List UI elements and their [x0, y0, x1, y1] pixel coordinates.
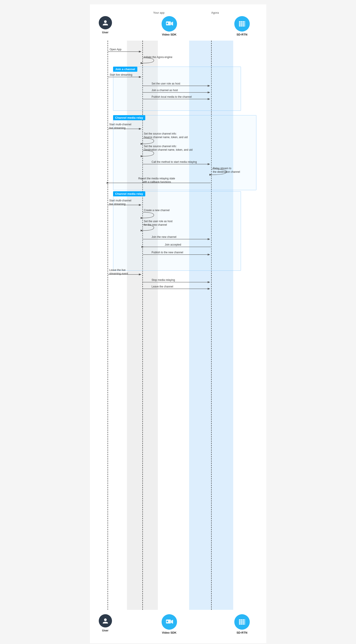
agora-label: Agora	[191, 11, 239, 14]
relay-stream-label: Relay stream to the destination channel	[213, 167, 240, 174]
leave-channel-label: Leave the channel	[152, 285, 173, 288]
call-method-label: Call the method to start media relaying	[152, 160, 197, 164]
channel-media-relay-2-box	[113, 191, 241, 271]
start-multi-channel-1-label: Start multi-channel live streaming	[109, 123, 131, 130]
your-app-label: Your app	[127, 11, 191, 14]
user-lifeline	[108, 40, 108, 610]
channel-media-relay-1-box	[113, 115, 256, 190]
header-row: User Video SDK	[94, 16, 262, 38]
sd-rtn-footer: SD-RTN	[222, 614, 262, 634]
user-label-bottom: User	[102, 629, 108, 632]
stop-media-relaying-label: Stop media relaying	[152, 278, 175, 282]
svg-marker-28	[171, 620, 173, 624]
video-sdk-label: Video SDK	[162, 33, 176, 36]
video-sdk-footer: Video SDK	[149, 614, 189, 634]
video-sdk-label-bottom: Video SDK	[162, 631, 176, 634]
video-sdk-header: Video SDK	[149, 16, 189, 36]
publish-local-media-label: Publish local media to the channel	[152, 95, 192, 98]
join-channel-label: Join a channel	[113, 67, 137, 72]
sequence-area: Join a channel Channel media relay Chann…	[94, 40, 262, 610]
user-header: User	[94, 16, 116, 34]
sd-rtn-header: SD-RTN	[222, 16, 262, 36]
publish-new-channel-label: Publish to the new channel	[152, 251, 183, 254]
svg-point-29	[166, 621, 168, 622]
create-new-channel-label: Create a new channel	[144, 209, 170, 212]
sd-rtn-icon-bottom	[234, 614, 250, 630]
svg-point-26	[104, 618, 107, 621]
diagram-container: Your app Agora User Video SDK	[90, 4, 266, 643]
leave-live-streaming-label: Leave the live streaming event	[109, 268, 128, 275]
channel-media-relay-1-label: Channel media relay	[113, 115, 145, 120]
video-sdk-icon	[162, 16, 177, 32]
footer-row: User Video SDK	[94, 614, 262, 636]
report-media-label: Report the media relaying state with a c…	[138, 177, 175, 184]
initiate-agora-label: Initiate the Agora engine	[144, 56, 172, 59]
user-avatar-bottom	[99, 614, 112, 628]
sd-rtn-label-bottom: SD-RTN	[237, 631, 247, 634]
set-source-channel-1-label: Set the source channel info: Source chan…	[144, 132, 188, 139]
set-source-channel-2-label: Set the source channel info: Destination…	[144, 145, 193, 152]
user-label: User	[102, 31, 108, 34]
set-user-role-new-channel-label: Set the user role as host for the new ch…	[144, 220, 173, 226]
sd-rtn-label: SD-RTN	[237, 33, 247, 36]
set-user-role-host-label: Set the user role as host	[152, 82, 180, 85]
start-multi-channel-2-label: Start multi-channel live streaming	[109, 199, 131, 206]
join-accepted-label: Join accepted	[165, 243, 181, 246]
sd-rtn-icon	[234, 16, 250, 32]
svg-marker-2	[171, 22, 173, 26]
channel-media-relay-2-label: Channel media relay	[113, 191, 145, 196]
join-new-channel-label: Join the new channel	[152, 236, 177, 238]
join-channel-as-host-label: Join a channel as host	[152, 89, 178, 92]
start-live-streaming-label: Start live streaming	[110, 73, 132, 76]
open-app-label: Open App	[110, 48, 121, 51]
svg-point-3	[166, 23, 168, 24]
user-footer: User	[94, 614, 116, 632]
video-sdk-icon-bottom	[162, 614, 177, 630]
svg-point-0	[104, 20, 107, 23]
user-avatar	[99, 16, 112, 29]
